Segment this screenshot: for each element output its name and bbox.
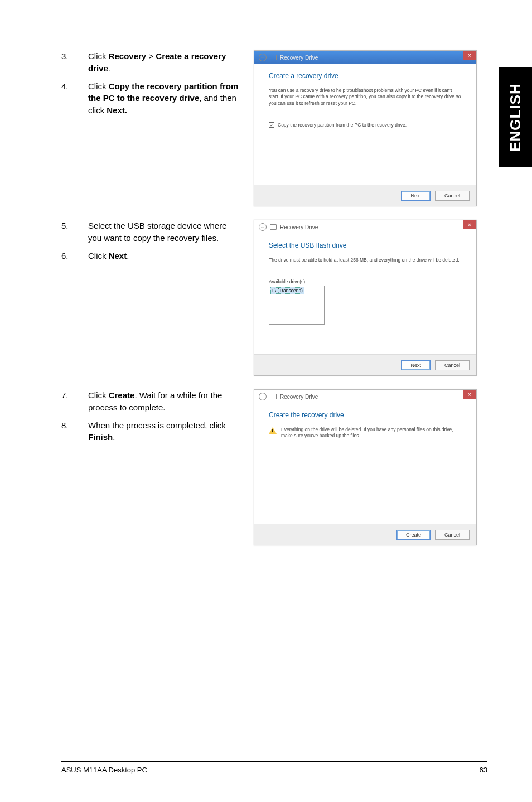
footer-page-number: 63 — [480, 766, 487, 774]
step-8-text: When the process is completed, click Fin… — [88, 419, 240, 444]
right-col-3: × ← Recovery Drive Create the recovery d… — [254, 389, 477, 545]
drive-icon — [270, 394, 277, 399]
dialog3-titlebar: ← Recovery Drive — [254, 390, 476, 403]
dialog-select-usb: × ← Recovery Drive Select the USB flash … — [254, 220, 477, 376]
dialog3-body: Create the recovery drive Everything on … — [254, 403, 476, 524]
step-5-num: 5. — [61, 220, 88, 244]
step-7: 7. Click Create. Wait for a while for th… — [61, 389, 240, 414]
right-col-1: × ← Recovery Drive Create a recovery dri… — [254, 50, 477, 206]
dialog1-body: Create a recovery drive You can use a re… — [254, 64, 476, 185]
list-item[interactable]: I:\ (Transcend) — [270, 287, 304, 294]
warning-icon — [269, 427, 277, 434]
dialog2-desc: The drive must be able to hold at least … — [269, 257, 462, 263]
dialog2-title: Recovery Drive — [280, 224, 318, 230]
cancel-button[interactable]: Cancel — [435, 191, 470, 201]
step-6: 6. Click Next. — [61, 250, 240, 262]
dialog3-buttons: Create Cancel — [254, 524, 476, 545]
step-6-text: Click Next. — [88, 250, 240, 262]
left-col-3: 7. Click Create. Wait for a while for th… — [61, 389, 254, 545]
row-2: 5. Select the USB storage device where y… — [61, 220, 487, 376]
step-7-num: 7. — [61, 389, 88, 414]
dialog1-desc: You can use a recovery drive to help tro… — [269, 88, 462, 107]
back-arrow-icon[interactable]: ← — [259, 393, 267, 400]
close-icon[interactable]: × — [463, 220, 476, 229]
dialog3-title: Recovery Drive — [280, 394, 318, 400]
close-icon[interactable]: × — [463, 390, 476, 399]
step-3-text: Click Recovery > Create a recovery drive… — [88, 50, 240, 75]
drive-icon — [270, 224, 277, 230]
step-8: 8. When the process is completed, click … — [61, 419, 240, 444]
dialog-create-drive: × ← Recovery Drive Create the recovery d… — [254, 389, 477, 545]
drive-icon — [270, 55, 277, 60]
step-3-num: 3. — [61, 50, 88, 75]
next-button[interactable]: Next — [401, 360, 431, 370]
right-col-2: × ← Recovery Drive Select the USB flash … — [254, 220, 477, 376]
row-1: 3. Click Recovery > Create a recovery dr… — [61, 50, 487, 206]
cancel-button[interactable]: Cancel — [435, 360, 470, 370]
step-5-text: Select the USB storage device where you … — [88, 220, 240, 244]
checkbox-icon[interactable]: ✓ — [269, 122, 274, 128]
dialog3-warning-text: Everything on the drive will be deleted.… — [281, 427, 462, 439]
dialog-create-recovery: × ← Recovery Drive Create a recovery dri… — [254, 50, 477, 206]
available-drives-list[interactable]: I:\ (Transcend) — [269, 286, 325, 325]
step-3: 3. Click Recovery > Create a recovery dr… — [61, 50, 240, 75]
left-col-2: 5. Select the USB storage device where y… — [61, 220, 254, 376]
step-6-num: 6. — [61, 250, 88, 262]
dialog1-buttons: Next Cancel — [254, 185, 476, 206]
dialog1-heading: Create a recovery drive — [269, 72, 462, 80]
dialog1-checkbox-row[interactable]: ✓ Copy the recovery partition from the P… — [269, 122, 462, 128]
dialog1-checkbox-label: Copy the recovery partition from the PC … — [278, 122, 407, 128]
dialog2-titlebar: ← Recovery Drive — [254, 220, 476, 234]
step-4-num: 4. — [61, 80, 88, 117]
dialog2-heading: Select the USB flash drive — [269, 241, 462, 249]
dialog3-heading: Create the recovery drive — [269, 411, 462, 419]
next-button[interactable]: Next — [401, 191, 431, 201]
step-4-text: Click Copy the recovery partition from t… — [88, 80, 240, 117]
footer-divider — [61, 761, 487, 762]
dialog2-body: Select the USB flash drive The drive mus… — [254, 234, 476, 354]
create-button[interactable]: Create — [396, 530, 431, 540]
step-4: 4. Click Copy the recovery partition fro… — [61, 80, 240, 117]
row-3: 7. Click Create. Wait for a while for th… — [61, 389, 487, 545]
dialog1-titlebar: ← Recovery Drive — [254, 51, 476, 64]
cancel-button[interactable]: Cancel — [435, 530, 470, 540]
dialog1-title: Recovery Drive — [280, 55, 318, 61]
back-arrow-icon[interactable]: ← — [259, 54, 267, 61]
step-8-num: 8. — [61, 419, 88, 444]
footer-product: ASUS M11AA Desktop PC — [61, 766, 147, 774]
close-icon[interactable]: × — [463, 51, 476, 60]
available-drives-label: Available drive(s) — [269, 279, 462, 284]
back-arrow-icon[interactable]: ← — [259, 223, 267, 231]
step-5: 5. Select the USB storage device where y… — [61, 220, 240, 244]
step-7-text: Click Create. Wait for a while for the p… — [88, 389, 240, 414]
dialog3-warning: Everything on the drive will be deleted.… — [269, 427, 462, 439]
left-col-1: 3. Click Recovery > Create a recovery dr… — [61, 50, 254, 206]
page-content: 3. Click Recovery > Create a recovery dr… — [0, 0, 532, 747]
dialog2-buttons: Next Cancel — [254, 354, 476, 375]
